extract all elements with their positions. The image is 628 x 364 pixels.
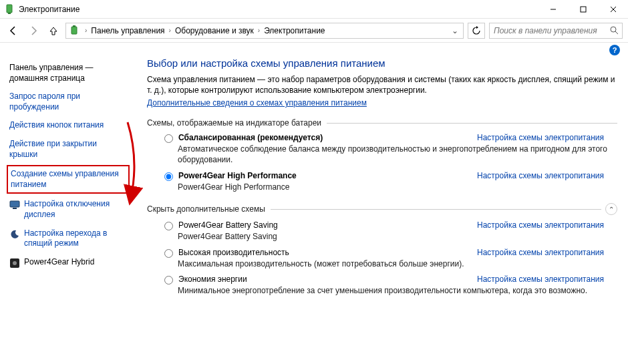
plan-desc: Power4Gear High Performance xyxy=(178,182,617,193)
help-icon[interactable]: ? xyxy=(609,45,620,55)
navbar: › Панель управления › Оборудование и зву… xyxy=(0,19,628,43)
group-hide-additional[interactable]: Скрыть дополнительные схемы ⌃ xyxy=(147,203,617,215)
titlebar: Электропитание xyxy=(0,0,628,19)
plan-desc: Автоматическое соблюдение баланса между … xyxy=(178,144,617,165)
up-button[interactable] xyxy=(45,23,61,39)
app-icon xyxy=(4,4,15,15)
plan-radio-p4g-battery[interactable] xyxy=(164,222,173,230)
plan-radio-high-perf[interactable] xyxy=(164,249,173,258)
moon-icon xyxy=(9,229,20,240)
battery-icon xyxy=(69,25,80,36)
sidebar-item-power4gear[interactable]: Power4Gear Hybrid xyxy=(9,253,127,272)
plan-radio-p4g-high[interactable] xyxy=(164,172,173,181)
svg-rect-1 xyxy=(8,13,11,14)
highlight-annotation: Создание схемы управления питанием xyxy=(7,165,130,194)
sidebar-item-password[interactable]: Запрос пароля при пробуждении xyxy=(9,87,127,116)
plan-desc: Максимальная производительность (может п… xyxy=(178,259,617,270)
plan-settings-link[interactable]: Настройка схемы электропитания xyxy=(477,171,617,180)
plan-p4g-battery[interactable]: Power4Gear Battery Saving Настройка схем… xyxy=(164,220,617,230)
page-heading: Выбор или настройка схемы управления пит… xyxy=(147,57,617,69)
sidebar-item-lid-close[interactable]: Действие при закрытии крышки xyxy=(9,135,127,164)
plan-settings-link[interactable]: Настройка схемы электропитания xyxy=(477,275,617,284)
sidebar: Панель управления — домашняя страница За… xyxy=(0,57,134,364)
plan-desc: Power4Gear Battery Saving xyxy=(178,232,617,242)
plan-settings-link[interactable]: Настройка схемы электропитания xyxy=(477,248,617,257)
sidebar-home[interactable]: Панель управления — домашняя страница xyxy=(9,59,127,87)
minimize-button[interactable] xyxy=(538,0,568,19)
monitor-icon xyxy=(9,200,20,210)
close-button[interactable] xyxy=(598,0,628,19)
plan-settings-link[interactable]: Настройка схемы электропитания xyxy=(477,133,617,142)
svg-rect-3 xyxy=(581,7,586,12)
search-icon[interactable] xyxy=(606,26,622,35)
plan-radio-power-saver[interactable] xyxy=(164,276,173,285)
breadcrumb-dropdown[interactable]: ⌄ xyxy=(450,26,460,35)
search-input[interactable] xyxy=(490,26,606,35)
breadcrumb-item[interactable]: Панель управления xyxy=(91,26,164,35)
plan-settings-link[interactable]: Настройка схемы электропитания xyxy=(477,220,617,230)
breadcrumb-item[interactable]: Электропитание xyxy=(264,26,325,35)
svg-rect-0 xyxy=(7,5,12,13)
svg-rect-10 xyxy=(10,201,19,207)
chevron-right-icon: › xyxy=(255,27,263,34)
group-battery-plans: Схемы, отображаемые на индикаторе батаре… xyxy=(147,118,617,128)
breadcrumb[interactable]: › Панель управления › Оборудование и зву… xyxy=(65,23,464,39)
sidebar-item-display-off[interactable]: Настройка отключения дисплея xyxy=(9,195,127,224)
breadcrumb-item[interactable]: Оборудование и звук xyxy=(175,26,254,35)
svg-rect-6 xyxy=(71,27,77,34)
plan-radio-balanced[interactable] xyxy=(164,134,173,143)
back-button[interactable] xyxy=(5,23,21,39)
search-box[interactable] xyxy=(489,23,623,39)
forward-button[interactable] xyxy=(25,23,41,39)
sidebar-item-power-buttons[interactable]: Действия кнопок питания xyxy=(9,116,127,135)
sidebar-item-sleep[interactable]: Настройка перехода в спящий режим xyxy=(9,224,127,253)
plan-power-saver[interactable]: Экономия энергии Настройка схемы электро… xyxy=(164,275,617,285)
chevron-up-icon[interactable]: ⌃ xyxy=(605,203,617,215)
window-title: Электропитание xyxy=(19,5,538,14)
more-info-link[interactable]: Дополнительные сведения о схемах управле… xyxy=(147,98,367,108)
chevron-right-icon: › xyxy=(82,27,90,34)
svg-rect-7 xyxy=(73,25,75,27)
plan-desc: Минимальное энергопотребление за счет ум… xyxy=(178,286,617,297)
sidebar-item-create-plan[interactable]: Создание схемы управления питанием xyxy=(11,169,126,190)
refresh-button[interactable] xyxy=(468,23,485,39)
plan-high-perf[interactable]: Высокая производительность Настройка схе… xyxy=(164,248,617,258)
gear-icon xyxy=(9,258,20,268)
svg-line-9 xyxy=(615,31,618,34)
svg-point-13 xyxy=(13,261,17,265)
main-content: Выбор или настройка схемы управления пит… xyxy=(134,57,628,364)
maximize-button[interactable] xyxy=(568,0,598,19)
svg-rect-11 xyxy=(13,208,17,209)
plan-balanced[interactable]: Сбалансированная (рекомендуется) Настрой… xyxy=(164,133,617,143)
intro-text: Схема управления питанием — это набор па… xyxy=(147,74,617,96)
svg-point-8 xyxy=(611,27,616,32)
chevron-right-icon: › xyxy=(166,27,174,34)
plan-p4g-high[interactable]: Power4Gear High Performance Настройка сх… xyxy=(164,171,617,181)
